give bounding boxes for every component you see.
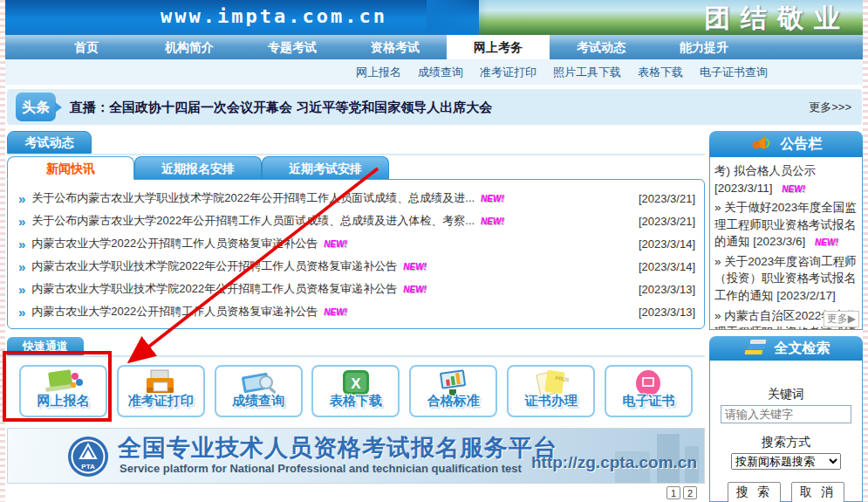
nav-item-special-exam[interactable]: 专题考试	[241, 35, 344, 59]
nav-item-ability[interactable]: 能力提升	[653, 35, 755, 59]
news-link[interactable]: 内蒙古农业大学职业技术学院2022年公开招聘工作人员资格复审递补公告	[31, 258, 397, 274]
search-button[interactable]: 搜 索	[728, 482, 781, 502]
tab-recent-registration[interactable]: 近期报名安排	[134, 156, 262, 180]
new-badge: NEW!	[324, 239, 347, 249]
news-date: [2023/3/13]	[639, 283, 695, 296]
divider	[7, 154, 705, 155]
top-banner: 团结敬业 www.impta.com.cn	[5, 0, 863, 35]
announcement-link[interactable]: » 关于2023年度咨询工程师（投资）职业资格考试报名工作的通知 [2023/2…	[714, 253, 858, 305]
announcement-title: 公告栏	[781, 135, 823, 154]
keyword-label: 关键词	[710, 387, 862, 402]
exam-news-panel-title[interactable]: 考试动态	[7, 131, 92, 154]
news-row: » 内蒙古农业大学职业技术学院2022年公开招聘工作人员资格复审递补公告 NEW…	[18, 278, 695, 300]
cpta-platform-banner[interactable]: PTA 全国专业技术人员资格考试报名服务平台 Service platform …	[7, 428, 705, 484]
subnav-form-download[interactable]: 表格下载	[638, 65, 683, 80]
headline-strip: 头条 直播：全国政协十四届一次会议开幕会 习近平等党和国家领导人出席大会 更多>…	[7, 89, 862, 125]
new-badge: NEW!	[481, 194, 504, 203]
banner-url: http://zg.cpta.com.cn	[531, 453, 697, 472]
qc-form-download-button[interactable]: X 表格下载	[311, 365, 400, 417]
news-date: [2023/3/14]	[639, 260, 695, 273]
news-link[interactable]: 内蒙古农业大学2022公开招聘工作人员资格复审递补公告	[31, 304, 318, 320]
announcement-list: 考) 拟合格人员公示 [2023/3/11] NEW! » 关于做好2023年度…	[709, 157, 863, 330]
qc-score-query-button[interactable]: 成绩查询	[215, 365, 303, 417]
headline-link[interactable]: 直播：全国政协十四届一次会议开幕会 习近平等党和国家领导人出席大会	[70, 89, 492, 125]
news-row: » 内蒙古农业大学职业技术学院2022年公开招聘工作人员资格复审递补公告 NEW…	[18, 255, 695, 278]
books-icon	[742, 337, 767, 360]
news-link[interactable]: 关于公布内蒙古农业大学2022年公开招聘工作人员面试成绩、总成绩及进入体检、考察…	[31, 213, 475, 229]
megaphone-icon	[750, 134, 773, 155]
nav-item-online-exam-affairs[interactable]: 网上考务	[447, 35, 550, 59]
announcement-link[interactable]: » 关于做好2023年度全国监理工程师职业资格考试报名的通知 [2023/3/6…	[714, 199, 858, 251]
news-row: » 内蒙古农业大学2022公开招聘工作人员资格复审递补公告 NEW! [2023…	[18, 232, 695, 255]
news-date: [2023/3/14]	[639, 237, 695, 251]
qc-pass-standard-button[interactable]: 合格标准	[409, 365, 497, 417]
nav-item-exam-news[interactable]: 考试动态	[550, 35, 653, 59]
tab-recent-exams[interactable]: 近期考试安排	[262, 156, 389, 180]
search-panel: 全文检索 关键词 搜索方式 按新闻标题搜索 搜 索 取 消	[709, 336, 863, 502]
double-arrow-icon: »	[18, 282, 25, 297]
double-arrow-icon: »	[18, 237, 25, 251]
announcement-header: 公告栏	[709, 131, 863, 157]
new-badge: NEW!	[815, 237, 838, 247]
right-edge-decoration	[863, 0, 868, 502]
announcement-more-link[interactable]: 更多▶	[824, 311, 859, 327]
subnav-photo-tool-download[interactable]: 照片工具下载	[553, 65, 621, 80]
news-row: » 内蒙古农业大学2022公开招聘工作人员资格复审递补公告 NEW! [2023…	[18, 300, 695, 323]
news-date: [2023/3/21]	[639, 192, 695, 205]
new-badge: NEW!	[324, 307, 347, 317]
cancel-button[interactable]: 取 消	[791, 482, 844, 502]
new-badge: NEW!	[403, 262, 427, 272]
qc-ticket-print-button[interactable]: 准考证打印	[117, 365, 205, 417]
qc-label: 证书办理	[509, 393, 593, 409]
announcement-panel: 公告栏 考) 拟合格人员公示 [2023/3/11] NEW! » 关于做好20…	[709, 131, 863, 330]
new-badge: NEW!	[782, 184, 805, 194]
subnav-ticket-print[interactable]: 准考证打印	[480, 65, 537, 80]
site-url: www.impta.com.cn	[161, 5, 387, 27]
search-form: 关键词 搜索方式 按新闻标题搜索 搜 索 取 消	[709, 361, 863, 502]
qc-label: 表格下载	[313, 393, 398, 409]
page: 团结敬业 www.impta.com.cn 首页 机构简介 专题考试 资格考试 …	[0, 0, 868, 502]
news-tabs: 新闻快讯 近期报名安排 近期考试安排	[7, 156, 705, 180]
news-date: [2023/3/21]	[639, 215, 695, 228]
nav-item-about[interactable]: 机构简介	[138, 35, 241, 59]
headline-more-link[interactable]: 更多>>>	[809, 89, 851, 125]
new-badge: NEW!	[403, 285, 427, 294]
qc-label: 网上报名	[21, 393, 106, 409]
news-list: » 关于公布内蒙古农业大学职业技术学院2022年公开招聘工作人员面试成绩、总成绩…	[7, 179, 705, 329]
pta-logo: PTA	[67, 436, 109, 481]
subnav-online-registration[interactable]: 网上报名	[356, 65, 401, 80]
search-mode-select[interactable]: 按新闻标题搜索	[731, 453, 841, 470]
qc-label: 合格标准	[411, 393, 496, 409]
qc-online-registration-button[interactable]: 网上报名	[19, 365, 107, 417]
qc-e-certificate-button[interactable]: 电子证书	[605, 365, 693, 417]
banner-page-2-button[interactable]: 2	[683, 486, 697, 499]
announcement-link[interactable]: 考) 拟合格人员公示 [2023/3/11] NEW!	[714, 162, 858, 196]
subnav-score-query[interactable]: 成绩查询	[418, 65, 463, 80]
subnav-ecert-query[interactable]: 电子证书查询	[700, 65, 768, 80]
qc-certificate-service-button[interactable]: PRIZE 证书办理	[507, 365, 595, 417]
new-badge: NEW!	[481, 217, 504, 226]
sub-nav: 网上报名 成绩查询 准考证打印 照片工具下载 表格下载 电子证书查询	[5, 59, 863, 85]
news-row: » 关于公布内蒙古农业大学2022年公开招聘工作人员面试成绩、总成绩及进入体检、…	[18, 210, 695, 232]
nav-item-home[interactable]: 首页	[35, 35, 138, 59]
svg-text:PTA: PTA	[81, 463, 95, 471]
qc-label: 电子证书	[606, 393, 691, 409]
news-row: » 关于公布内蒙古农业大学职业技术学院2022年公开招聘工作人员面试成绩、总成绩…	[18, 187, 695, 210]
news-link[interactable]: 内蒙古农业大学职业技术学院2022年公开招聘工作人员资格复审递补公告	[31, 281, 397, 297]
search-header: 全文检索	[709, 336, 863, 361]
search-title: 全文检索	[775, 340, 830, 358]
banner-page-1-button[interactable]: 1	[666, 486, 680, 499]
qc-label: 成绩查询	[216, 393, 301, 409]
banner-subtitle: Service platform for National Profession…	[120, 462, 522, 475]
tab-news-flash[interactable]: 新闻快讯	[7, 156, 134, 180]
banner-title: 全国专业技术人员资格考试报名服务平台	[118, 432, 557, 464]
search-buttons: 搜 索 取 消	[710, 482, 862, 502]
svg-text:X: X	[351, 375, 361, 392]
qc-label: 准考证打印	[119, 393, 203, 409]
double-arrow-icon: »	[18, 191, 25, 206]
nav-item-qualification-exam[interactable]: 资格考试	[344, 35, 447, 59]
news-date: [2023/3/13]	[639, 306, 695, 319]
keyword-input[interactable]	[721, 405, 851, 423]
news-link[interactable]: 关于公布内蒙古农业大学职业技术学院2022年公开招聘工作人员面试成绩、总成绩及进…	[31, 190, 475, 206]
news-link[interactable]: 内蒙古农业大学2022公开招聘工作人员资格复审递补公告	[31, 236, 318, 251]
